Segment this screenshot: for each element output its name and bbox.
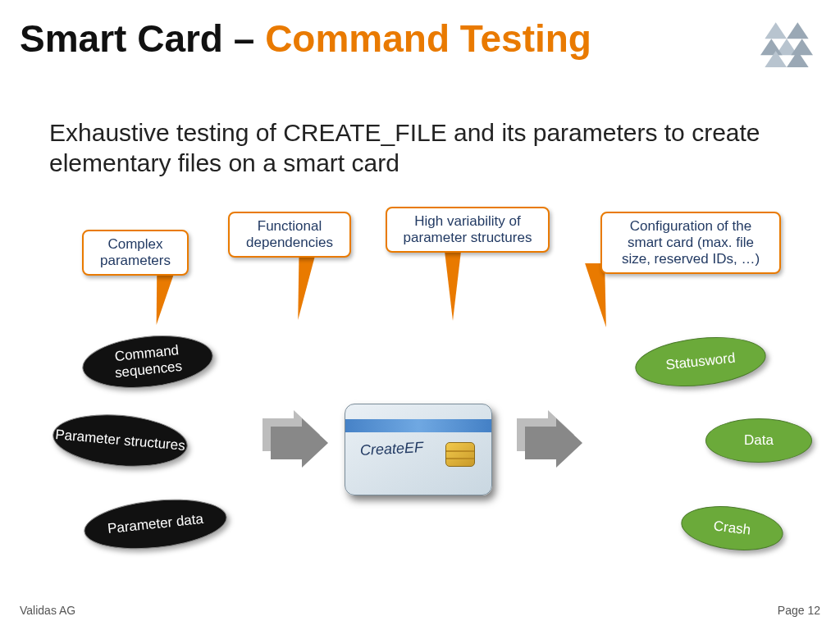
callout-complex-parameters: Complex parameters [82, 230, 189, 276]
callout-configuration: Configuration of the smart card (max. fi… [600, 212, 781, 274]
logo-icon [758, 20, 815, 69]
ellipse-statusword: Statusword [632, 331, 768, 392]
ellipse-crash: Crash [678, 501, 785, 556]
ellipse-label: Command sequences [81, 339, 213, 385]
title-part1: Smart Card – [20, 17, 265, 60]
slide: Smart Card – Command Testing Exhaustive … [0, 0, 840, 630]
ellipse-parameter-data: Parameter data [81, 493, 229, 555]
svg-marker-3 [760, 39, 783, 55]
svg-marker-0 [765, 22, 787, 39]
ellipse-command-sequences: Command sequences [80, 330, 216, 394]
smart-card-graphic: CreateEF [345, 404, 492, 495]
arrow-right-icon [525, 418, 582, 468]
ellipse-label: Statusword [665, 350, 737, 374]
footer-company: Validas AG [20, 604, 75, 617]
ellipse-data: Data [705, 418, 812, 463]
svg-marker-1 [787, 22, 809, 39]
callout-functional-dependencies: Functional dependencies [228, 212, 351, 258]
page-title: Smart Card – Command Testing [20, 16, 591, 61]
card-label: CreateEF [360, 439, 424, 459]
ellipse-label: Parameter structures [55, 427, 186, 454]
ellipse-label: Data [744, 432, 774, 449]
card-stripe [345, 419, 491, 432]
callout-high-variability: High variability of parameter structures [386, 207, 550, 253]
chip-icon [445, 442, 475, 467]
title-part2: Command Testing [265, 17, 591, 60]
ellipse-label: Parameter data [107, 511, 204, 537]
ellipse-parameter-structures: Parameter structures [51, 409, 190, 472]
svg-marker-4 [791, 39, 813, 55]
arrow-right-icon [271, 418, 328, 468]
subtitle: Exhaustive testing of CREATE_FILE and it… [49, 118, 810, 178]
ellipse-label: Crash [713, 518, 751, 538]
footer-page: Page 12 [778, 604, 820, 617]
